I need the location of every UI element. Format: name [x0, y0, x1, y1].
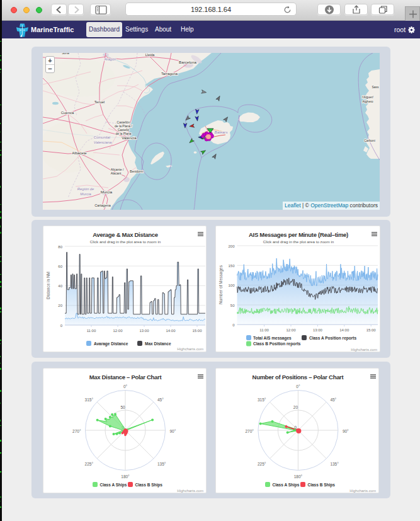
svg-text:80: 80 [58, 245, 62, 249]
svg-text:0°: 0° [296, 384, 300, 389]
svg-text:Click and drag in the plot are: Click and drag in the plot area to zoom … [90, 239, 161, 244]
svg-text:11:00: 11:00 [87, 329, 96, 333]
svg-text:Comunitat: Comunitat [94, 135, 111, 139]
svg-text:Valenciana: Valenciana [94, 140, 112, 144]
svg-text:0°: 0° [123, 384, 128, 389]
svg-text:València: València [122, 135, 137, 140]
svg-text:135°: 135° [330, 462, 339, 466]
svg-text:Cartagena: Cartagena [94, 203, 111, 207]
svg-text:Highcharts.com: Highcharts.com [351, 348, 377, 352]
svg-text:45°: 45° [157, 398, 164, 402]
svg-text:Max Distance – Polar Chart: Max Distance – Polar Chart [89, 374, 162, 381]
svg-text:AIS Messages per Minute (Real–: AIS Messages per Minute (Real–time) [249, 231, 348, 238]
svg-text:Murcia: Murcia [80, 192, 91, 196]
svg-text:0: 0 [232, 323, 235, 327]
svg-text:60: 60 [58, 265, 62, 268]
svg-text:Number of Messages: Number of Messages [219, 265, 224, 304]
svg-text:Barcelona: Barcelona [179, 60, 196, 64]
svg-text:Alghero: Alghero [362, 100, 373, 103]
svg-text:40: 40 [58, 284, 62, 288]
svg-text:90°: 90° [343, 429, 349, 433]
svg-text:270°: 270° [245, 429, 254, 433]
svg-text:Highcharts.com: Highcharts.com [349, 489, 376, 493]
svg-text:90°: 90° [170, 429, 176, 433]
svg-text:270°: 270° [72, 429, 81, 433]
svg-text:Cuenca: Cuenca [61, 111, 74, 115]
svg-text:Balears: Balears [215, 130, 228, 134]
svg-text:Albacete: Albacete [72, 151, 87, 155]
svg-text:225°: 225° [85, 462, 94, 466]
svg-text:50: 50 [230, 304, 235, 307]
svg-text:15:00: 15:00 [192, 329, 202, 333]
svg-text:12:00: 12:00 [286, 328, 296, 332]
svg-text:12:00: 12:00 [113, 329, 123, 333]
svg-text:Tarragona: Tarragona [161, 72, 178, 76]
svg-text:Murcia: Murcia [101, 190, 113, 194]
svg-text:Carboni: Carboni [364, 139, 375, 142]
svg-text:135°: 135° [157, 462, 166, 466]
svg-text:Class A Position reports: Class A Position reports [309, 336, 356, 341]
svg-text:Average & Max Distance: Average & Max Distance [93, 231, 157, 238]
svg-text:Click and drag in the plot are: Click and drag in the plot area to zoom … [263, 239, 334, 244]
svg-text:Teruel: Teruel [94, 100, 105, 104]
svg-text:100: 100 [228, 283, 235, 287]
svg-text:Avarage Distance: Avarage Distance [94, 341, 128, 346]
svg-text:Alacant: Alacant [111, 171, 122, 175]
svg-text:Benidorm: Benidorm [130, 169, 143, 173]
svg-text:14:00: 14:00 [166, 329, 176, 333]
svg-text:Class A Ships: Class A Ships [100, 483, 127, 488]
svg-text:315°: 315° [258, 398, 266, 402]
svg-text:Sass: Sass [372, 85, 379, 89]
svg-text:315°: 315° [85, 398, 94, 402]
svg-text:13:00: 13:00 [313, 328, 323, 332]
svg-text:Soria: Soria [62, 53, 69, 55]
svg-text:Total AIS messages: Total AIS messages [253, 336, 292, 341]
svg-text:150: 150 [228, 264, 235, 268]
svg-text:Class B Position reports: Class B Position reports [253, 341, 301, 346]
svg-text:11:00: 11:00 [259, 328, 269, 332]
svg-text:0: 0 [60, 324, 63, 328]
svg-text:Highcharts.com: Highcharts.com [177, 347, 203, 351]
svg-text:180°: 180° [294, 474, 303, 479]
svg-text:Class B Ships: Class B Ships [135, 483, 163, 488]
svg-text:Number of Positions – Polar Ch: Number of Positions – Polar Chart [253, 374, 344, 381]
svg-text:Distance in NM: Distance in NM [46, 272, 50, 299]
svg-text:180°: 180° [121, 474, 130, 479]
svg-text:20: 20 [58, 304, 62, 307]
svg-text:13:00: 13:00 [139, 329, 149, 333]
svg-text:225°: 225° [258, 462, 266, 466]
svg-text:45°: 45° [330, 398, 336, 402]
svg-text:Class A Ships: Class A Ships [273, 483, 300, 488]
svg-text:Aragón: Aragón [104, 57, 116, 61]
svg-text:Max Distance: Max Distance [145, 341, 171, 346]
svg-text:Lleida: Lleida [145, 53, 156, 57]
svg-text:20: 20 [293, 405, 298, 409]
svg-text:14:00: 14:00 [339, 328, 349, 332]
svg-text:50: 50 [120, 405, 125, 409]
svg-text:Highcharts.com: Highcharts.com [177, 489, 203, 493]
svg-text:15:00: 15:00 [366, 328, 377, 332]
svg-text:Class B Ships: Class B Ships [308, 483, 336, 488]
svg-text:Región de: Región de [77, 187, 94, 191]
svg-text:l'Alguer/: l'Alguer/ [362, 95, 374, 99]
svg-text:200: 200 [228, 244, 235, 248]
